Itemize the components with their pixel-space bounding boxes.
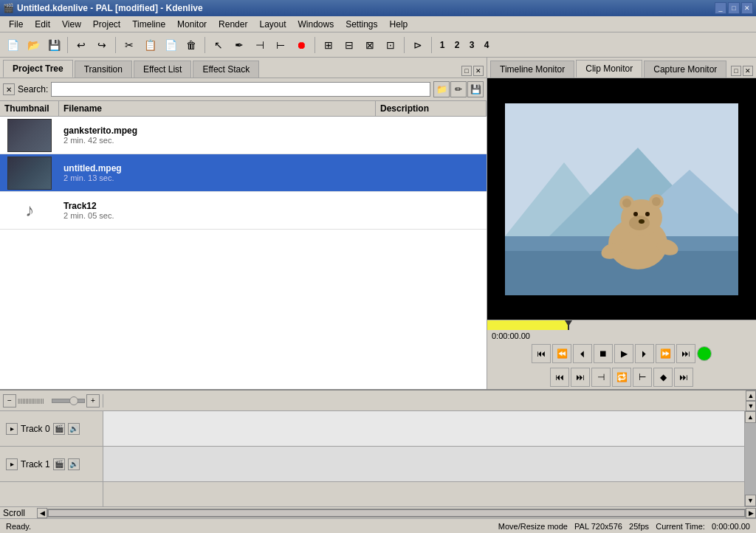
search-edit-button[interactable]: ✏ (450, 81, 467, 97)
titlebar-left: 🎬 Untitled.kdenlive - PAL [modified] - K… (3, 3, 203, 13)
timeline-section: − ||||||||||||||||| + 0:00:00.00 0:00:10… (0, 389, 756, 518)
ruler-scroll-up[interactable]: ▲ (746, 391, 756, 401)
out-point-button[interactable]: ⊢ (271, 35, 290, 55)
monitor-panel-controls: □ ✕ (731, 66, 753, 78)
new-button[interactable]: 📄 (3, 35, 22, 55)
tabs-container: Project Tree Transition Effect List Effe… (0, 58, 487, 78)
next-frame-button[interactable]: ⏭ (571, 368, 590, 387)
tab-project-tree[interactable]: Project Tree (3, 60, 73, 78)
menu-monitor[interactable]: Monitor (171, 18, 213, 31)
select-tool[interactable]: ↖ (209, 35, 228, 55)
v-scroll-down[interactable]: ▼ (745, 495, 756, 506)
playback-timeline[interactable] (487, 320, 756, 330)
menu-layout[interactable]: Layout (253, 18, 292, 31)
tab-effect-stack[interactable]: Effect Stack (193, 61, 259, 78)
file-row-2[interactable]: untitled.mpeg 2 min. 13 sec. (0, 154, 487, 192)
layout-3-button[interactable]: 3 (465, 38, 478, 52)
tab-effect-list[interactable]: Effect List (134, 61, 191, 78)
panel-maximize-button[interactable]: □ (461, 66, 472, 76)
link-button[interactable]: ⊟ (340, 35, 359, 55)
track-1-video-button[interactable]: 🎬 (53, 458, 65, 470)
search-input[interactable] (51, 82, 430, 97)
cut-button[interactable]: ✂ (120, 35, 139, 55)
tab-clip-monitor[interactable]: Clip Monitor (576, 60, 642, 78)
loop-button[interactable]: 🔁 (612, 368, 631, 387)
track-1-name: Track 1 (21, 459, 50, 470)
prev-frame-button[interactable]: ⏮ (550, 368, 569, 387)
step-back-button[interactable]: ⏴ (573, 344, 592, 363)
goto-end-button[interactable]: ⏭ (676, 344, 695, 363)
in-point-ctrl-button[interactable]: ⊣ (591, 368, 611, 387)
menu-view[interactable]: View (56, 18, 87, 31)
zoom-slider-handle[interactable] (69, 396, 78, 405)
svg-point-12 (629, 216, 650, 230)
tab-transition[interactable]: Transition (75, 61, 132, 78)
extract-button[interactable]: ⊳ (408, 35, 427, 55)
zoom-out-button[interactable]: − (3, 394, 16, 408)
undo-button[interactable]: ↩ (72, 35, 91, 55)
step-forward-button[interactable]: ⏵ (635, 344, 654, 363)
menu-timeline[interactable]: Timeline (126, 18, 171, 31)
redo-button[interactable]: ↪ (92, 35, 111, 55)
v-scroll-up[interactable]: ▲ (745, 411, 756, 423)
record-button[interactable]: ⏺ (292, 35, 311, 55)
razor-tool[interactable]: ✒ (230, 35, 249, 55)
panel-close-button[interactable]: ✕ (473, 66, 484, 76)
track-1-audio-button[interactable]: 🔊 (68, 458, 80, 470)
search-clear-button[interactable]: ✕ (3, 83, 15, 95)
mark-button[interactable]: ◆ (653, 368, 673, 387)
group-button[interactable]: ⊠ (360, 35, 379, 55)
file-row-3[interactable]: ♪ Track12 2 min. 05 sec. (0, 192, 487, 230)
search-folder-button[interactable]: 📁 (433, 81, 450, 97)
h-scroll-right[interactable]: ▶ (746, 508, 756, 518)
stop-button[interactable]: ⏹ (594, 344, 613, 363)
menu-settings[interactable]: Settings (340, 18, 383, 31)
zoom-in-button[interactable]: + (86, 394, 100, 408)
h-scroll-left[interactable]: ◀ (37, 508, 47, 518)
menu-file[interactable]: File (3, 18, 29, 31)
layout-4-button[interactable]: 4 (480, 38, 493, 52)
h-scrollbar-track[interactable] (47, 509, 746, 517)
in-point-button[interactable]: ⊣ (250, 35, 269, 55)
menu-render[interactable]: Render (213, 18, 253, 31)
ungroup-button[interactable]: ⊡ (381, 35, 400, 55)
delete-button[interactable]: 🗑 (182, 35, 201, 55)
ruler-scroll-down[interactable]: ▼ (746, 401, 756, 411)
rewind-button[interactable]: ⏪ (552, 344, 571, 363)
track-1-toggle[interactable]: ▸ (6, 458, 18, 470)
play-button[interactable]: ▶ (614, 344, 633, 363)
minimize-button[interactable]: _ (715, 2, 726, 14)
zoom-slider-track[interactable] (52, 399, 86, 403)
track-0-video-button[interactable]: 🎬 (53, 423, 65, 435)
menu-windows[interactable]: Windows (292, 18, 340, 31)
record-monitor-button[interactable] (697, 346, 712, 361)
track-0-toggle[interactable]: ▸ (6, 423, 18, 435)
v-scroll-track[interactable] (745, 423, 756, 495)
svg-point-15 (639, 219, 645, 224)
search-save-button[interactable]: 💾 (467, 81, 484, 97)
monitor-close-button[interactable]: ✕ (743, 66, 753, 76)
track-0-audio-button[interactable]: 🔊 (68, 423, 80, 435)
fast-forward-button[interactable]: ⏩ (656, 344, 675, 363)
tracks-labels: ▸ Track 0 🎬 🔊 ▸ Track 1 🎬 🔊 (0, 411, 103, 506)
file-row-1[interactable]: ganksterito.mpeg 2 min. 42 sec. (0, 117, 487, 154)
insert-button[interactable]: ⏭ (674, 368, 693, 387)
tab-timeline-monitor[interactable]: Timeline Monitor (490, 61, 574, 78)
snap-button[interactable]: ⊞ (319, 35, 338, 55)
tab-capture-monitor[interactable]: Capture Monitor (644, 61, 726, 78)
layout-2-button[interactable]: 2 (450, 38, 464, 52)
close-button[interactable]: ✕ (741, 2, 753, 14)
monitor-maximize-button[interactable]: □ (731, 66, 741, 76)
paste-button[interactable]: 📄 (161, 35, 180, 55)
menu-project[interactable]: Project (87, 18, 126, 31)
open-button[interactable]: 📂 (24, 35, 43, 55)
menu-edit[interactable]: Edit (29, 18, 56, 31)
save-button[interactable]: 💾 (44, 35, 63, 55)
out-point-ctrl-button[interactable]: ⊢ (633, 368, 652, 387)
maximize-button[interactable]: □ (728, 2, 740, 14)
menu-help[interactable]: Help (384, 18, 414, 31)
goto-start-button[interactable]: ⏮ (532, 344, 551, 363)
h-scrollbar-thumb[interactable] (48, 509, 745, 517)
copy-button[interactable]: 📋 (140, 35, 159, 55)
layout-1-button[interactable]: 1 (436, 38, 449, 52)
